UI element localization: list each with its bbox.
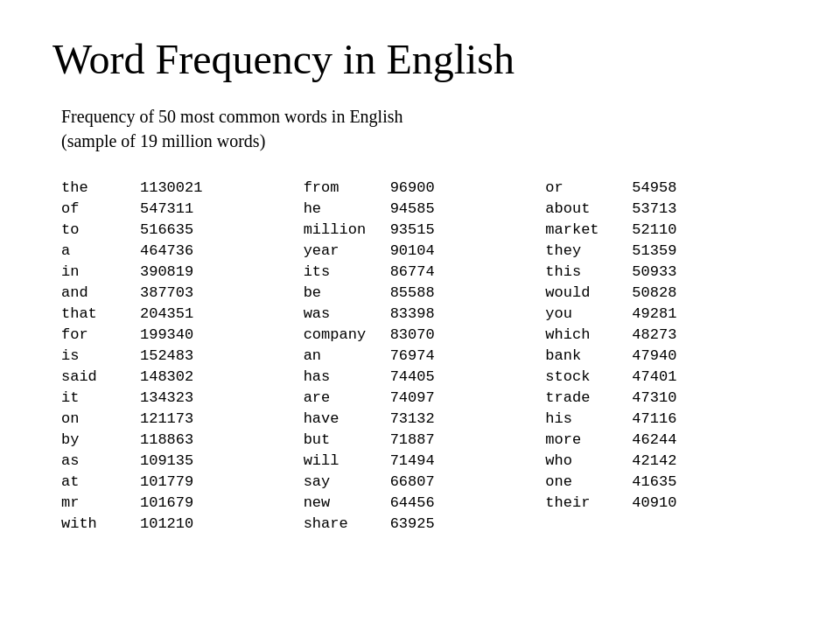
- word-cell: or: [545, 179, 624, 196]
- page-title: Word Frequency in English: [52, 35, 788, 83]
- table-row: bank47940: [545, 347, 788, 364]
- frequency-cell: 49281: [624, 305, 694, 322]
- word-cell: has: [304, 368, 382, 385]
- table-row: to516635: [61, 221, 304, 238]
- frequency-cell: 121173: [140, 410, 211, 427]
- frequency-cell: 52110: [624, 221, 694, 238]
- table-row: as109135: [61, 452, 304, 469]
- frequency-cell: 86774: [382, 263, 452, 280]
- word-frequency-table: the1130021of547311to516635a464736in39081…: [61, 179, 788, 536]
- table-row: be85588: [304, 284, 546, 301]
- word-cell: with: [61, 515, 140, 532]
- frequency-cell: 66807: [382, 473, 452, 490]
- word-cell: this: [545, 263, 624, 280]
- table-row: with101210: [61, 515, 304, 532]
- word-cell: year: [304, 242, 382, 259]
- frequency-cell: 63925: [382, 515, 452, 532]
- table-row: company83070: [304, 326, 546, 343]
- table-row: will71494: [304, 452, 546, 469]
- word-cell: share: [304, 515, 382, 532]
- frequency-cell: 74405: [382, 368, 452, 385]
- table-row: the1130021: [61, 179, 304, 196]
- word-cell: have: [304, 410, 382, 427]
- table-row: for199340: [61, 326, 304, 343]
- frequency-cell: 42142: [624, 452, 694, 469]
- word-cell: a: [61, 242, 140, 259]
- frequency-cell: 83398: [382, 305, 452, 322]
- table-row: is152483: [61, 347, 304, 364]
- table-row: they51359: [545, 242, 788, 259]
- word-cell: of: [61, 200, 140, 217]
- frequency-cell: 50828: [624, 284, 694, 301]
- column-group-2: or54958about53713market52110they51359thi…: [545, 179, 788, 536]
- word-cell: trade: [545, 389, 624, 406]
- word-cell: who: [545, 452, 624, 469]
- table-row: say66807: [304, 473, 546, 490]
- frequency-cell: 547311: [140, 200, 211, 217]
- word-cell: an: [304, 347, 382, 364]
- word-cell: said: [61, 368, 140, 385]
- table-row: more46244: [545, 431, 788, 448]
- word-cell: is: [61, 347, 140, 364]
- frequency-cell: 118863: [140, 431, 211, 448]
- table-row: one41635: [545, 473, 788, 490]
- frequency-cell: 47310: [624, 389, 694, 406]
- frequency-cell: 387703: [140, 284, 211, 301]
- word-cell: he: [304, 200, 382, 217]
- table-row: you49281: [545, 305, 788, 322]
- word-cell: but: [304, 431, 382, 448]
- table-row: by118863: [61, 431, 304, 448]
- table-row: said148302: [61, 368, 304, 385]
- word-cell: more: [545, 431, 624, 448]
- table-row: has74405: [304, 368, 546, 385]
- frequency-cell: 101679: [140, 494, 211, 511]
- frequency-cell: 85588: [382, 284, 452, 301]
- word-cell: you: [545, 305, 624, 322]
- table-row: share63925: [304, 515, 546, 532]
- table-row: in390819: [61, 263, 304, 280]
- frequency-cell: 76974: [382, 347, 452, 364]
- table-row: a464736: [61, 242, 304, 259]
- table-row: that204351: [61, 305, 304, 322]
- frequency-cell: 152483: [140, 347, 211, 364]
- table-row: it134323: [61, 389, 304, 406]
- table-row: his47116: [545, 410, 788, 427]
- frequency-cell: 71494: [382, 452, 452, 469]
- frequency-cell: 101210: [140, 515, 211, 532]
- subtitle-line2: (sample of 19 million words): [61, 131, 265, 150]
- frequency-cell: 204351: [140, 305, 211, 322]
- table-row: year90104: [304, 242, 546, 259]
- frequency-cell: 101779: [140, 473, 211, 490]
- word-cell: one: [545, 473, 624, 490]
- table-row: about53713: [545, 200, 788, 217]
- word-cell: will: [304, 452, 382, 469]
- word-cell: it: [61, 389, 140, 406]
- word-cell: the: [61, 179, 140, 196]
- frequency-cell: 40910: [624, 494, 694, 511]
- table-row: million93515: [304, 221, 546, 238]
- frequency-cell: 90104: [382, 242, 452, 259]
- word-cell: about: [545, 200, 624, 217]
- frequency-cell: 47940: [624, 347, 694, 364]
- frequency-cell: 390819: [140, 263, 211, 280]
- word-cell: say: [304, 473, 382, 490]
- word-cell: company: [304, 326, 382, 343]
- word-cell: bank: [545, 347, 624, 364]
- frequency-cell: 93515: [382, 221, 452, 238]
- frequency-cell: 53713: [624, 200, 694, 217]
- frequency-cell: 48273: [624, 326, 694, 343]
- table-row: who42142: [545, 452, 788, 469]
- word-cell: in: [61, 263, 140, 280]
- frequency-cell: 46244: [624, 431, 694, 448]
- frequency-cell: 64456: [382, 494, 452, 511]
- frequency-cell: 1130021: [140, 179, 220, 196]
- word-cell: was: [304, 305, 382, 322]
- word-cell: to: [61, 221, 140, 238]
- word-cell: and: [61, 284, 140, 301]
- word-cell: which: [545, 326, 624, 343]
- word-cell: be: [304, 284, 382, 301]
- frequency-cell: 148302: [140, 368, 211, 385]
- column-group-0: the1130021of547311to516635a464736in39081…: [61, 179, 304, 536]
- word-cell: their: [545, 494, 624, 511]
- word-cell: on: [61, 410, 140, 427]
